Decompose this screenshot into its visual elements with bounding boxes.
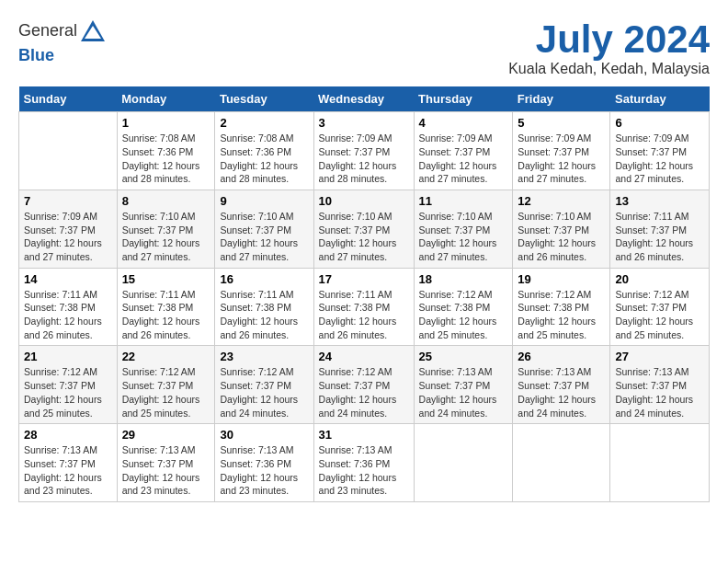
day-info: Sunrise: 7:09 AMSunset: 7:37 PMDaylight:…	[419, 132, 497, 184]
day-number: 9	[220, 194, 308, 208]
calendar-cell: 11 Sunrise: 7:10 AMSunset: 7:37 PMDaylig…	[414, 190, 513, 268]
logo-blue: Blue	[18, 46, 54, 64]
day-info: Sunrise: 7:10 AMSunset: 7:37 PMDaylight:…	[518, 211, 596, 262]
day-number: 17	[319, 272, 409, 286]
calendar-cell: 15 Sunrise: 7:11 AMSunset: 7:38 PMDaylig…	[117, 268, 215, 346]
calendar-cell: 24 Sunrise: 7:12 AMSunset: 7:37 PMDaylig…	[313, 346, 414, 424]
calendar-cell: 12 Sunrise: 7:10 AMSunset: 7:37 PMDaylig…	[513, 190, 610, 268]
day-info: Sunrise: 7:12 AMSunset: 7:37 PMDaylight:…	[24, 366, 102, 418]
day-info: Sunrise: 7:11 AMSunset: 7:38 PMDaylight:…	[24, 289, 102, 340]
day-number: 16	[220, 272, 308, 286]
calendar-cell: 17 Sunrise: 7:11 AMSunset: 7:38 PMDaylig…	[313, 268, 414, 346]
day-info: Sunrise: 7:12 AMSunset: 7:37 PMDaylight:…	[122, 366, 200, 418]
day-number: 2	[220, 116, 308, 130]
logo-icon	[79, 18, 107, 46]
logo-text: General Blue	[18, 18, 108, 65]
header-wednesday: Wednesday	[313, 86, 414, 112]
day-info: Sunrise: 7:08 AMSunset: 7:36 PMDaylight:…	[220, 132, 298, 184]
calendar-cell: 20 Sunrise: 7:12 AMSunset: 7:37 PMDaylig…	[610, 268, 710, 346]
calendar-cell: 23 Sunrise: 7:12 AMSunset: 7:37 PMDaylig…	[215, 346, 313, 424]
calendar-cell: 10 Sunrise: 7:10 AMSunset: 7:37 PMDaylig…	[313, 190, 414, 268]
day-info: Sunrise: 7:13 AMSunset: 7:36 PMDaylight:…	[220, 444, 298, 496]
day-number: 19	[518, 272, 605, 286]
calendar-cell	[414, 424, 513, 502]
calendar-cell: 3 Sunrise: 7:09 AMSunset: 7:37 PMDayligh…	[313, 112, 414, 190]
day-info: Sunrise: 7:13 AMSunset: 7:36 PMDaylight:…	[319, 444, 397, 496]
day-info: Sunrise: 7:13 AMSunset: 7:37 PMDaylight:…	[615, 366, 693, 418]
day-number: 31	[319, 428, 409, 442]
day-number: 14	[24, 272, 112, 286]
day-number: 1	[122, 116, 210, 130]
calendar-cell: 16 Sunrise: 7:11 AMSunset: 7:38 PMDaylig…	[215, 268, 313, 346]
calendar-cell: 30 Sunrise: 7:13 AMSunset: 7:36 PMDaylig…	[215, 424, 313, 502]
day-info: Sunrise: 7:12 AMSunset: 7:37 PMDaylight:…	[319, 366, 397, 418]
header-friday: Friday	[513, 86, 610, 112]
week-row-1: 7 Sunrise: 7:09 AMSunset: 7:37 PMDayligh…	[19, 190, 710, 268]
calendar-table: Sunday Monday Tuesday Wednesday Thursday…	[18, 86, 710, 502]
calendar-cell: 18 Sunrise: 7:12 AMSunset: 7:38 PMDaylig…	[414, 268, 513, 346]
day-info: Sunrise: 7:10 AMSunset: 7:37 PMDaylight:…	[122, 211, 200, 262]
calendar-cell: 19 Sunrise: 7:12 AMSunset: 7:38 PMDaylig…	[513, 268, 610, 346]
day-info: Sunrise: 7:13 AMSunset: 7:37 PMDaylight:…	[419, 366, 497, 418]
header-saturday: Saturday	[610, 86, 710, 112]
calendar-cell	[610, 424, 710, 502]
calendar-cell	[19, 112, 118, 190]
calendar-cell: 25 Sunrise: 7:13 AMSunset: 7:37 PMDaylig…	[414, 346, 513, 424]
day-info: Sunrise: 7:11 AMSunset: 7:38 PMDaylight:…	[319, 289, 397, 340]
day-number: 13	[615, 194, 704, 208]
day-number: 10	[319, 194, 409, 208]
logo: General Blue	[18, 18, 108, 65]
day-info: Sunrise: 7:12 AMSunset: 7:38 PMDaylight:…	[419, 289, 497, 340]
day-number: 15	[122, 272, 210, 286]
header-sunday: Sunday	[19, 86, 118, 112]
week-row-2: 14 Sunrise: 7:11 AMSunset: 7:38 PMDaylig…	[19, 268, 710, 346]
day-number: 8	[122, 194, 210, 208]
calendar-cell: 7 Sunrise: 7:09 AMSunset: 7:37 PMDayligh…	[19, 190, 118, 268]
header-monday: Monday	[117, 86, 215, 112]
header-tuesday: Tuesday	[215, 86, 313, 112]
day-info: Sunrise: 7:12 AMSunset: 7:38 PMDaylight:…	[518, 289, 596, 340]
day-number: 3	[319, 116, 409, 130]
week-row-3: 21 Sunrise: 7:12 AMSunset: 7:37 PMDaylig…	[19, 346, 710, 424]
calendar-cell: 22 Sunrise: 7:12 AMSunset: 7:37 PMDaylig…	[117, 346, 215, 424]
day-info: Sunrise: 7:09 AMSunset: 7:37 PMDaylight:…	[319, 132, 397, 184]
day-info: Sunrise: 7:10 AMSunset: 7:37 PMDaylight:…	[319, 211, 397, 262]
calendar-cell: 4 Sunrise: 7:09 AMSunset: 7:37 PMDayligh…	[414, 112, 513, 190]
calendar-cell: 26 Sunrise: 7:13 AMSunset: 7:37 PMDaylig…	[513, 346, 610, 424]
calendar-cell: 9 Sunrise: 7:10 AMSunset: 7:37 PMDayligh…	[215, 190, 313, 268]
calendar-cell: 27 Sunrise: 7:13 AMSunset: 7:37 PMDaylig…	[610, 346, 710, 424]
page-header: General Blue July 2024 Kuala Kedah, Keda…	[18, 18, 710, 77]
calendar-cell: 29 Sunrise: 7:13 AMSunset: 7:37 PMDaylig…	[117, 424, 215, 502]
day-number: 20	[615, 272, 704, 286]
day-number: 23	[220, 350, 308, 363]
calendar-cell: 8 Sunrise: 7:10 AMSunset: 7:37 PMDayligh…	[117, 190, 215, 268]
calendar-cell: 13 Sunrise: 7:11 AMSunset: 7:37 PMDaylig…	[610, 190, 710, 268]
week-row-4: 28 Sunrise: 7:13 AMSunset: 7:37 PMDaylig…	[19, 424, 710, 502]
location-title: Kuala Kedah, Kedah, Malaysia	[508, 61, 710, 77]
day-number: 21	[24, 350, 112, 363]
day-info: Sunrise: 7:11 AMSunset: 7:37 PMDaylight:…	[615, 211, 693, 262]
day-info: Sunrise: 7:09 AMSunset: 7:37 PMDaylight:…	[24, 211, 102, 262]
header-row: Sunday Monday Tuesday Wednesday Thursday…	[19, 86, 710, 112]
day-info: Sunrise: 7:09 AMSunset: 7:37 PMDaylight:…	[615, 132, 693, 184]
day-number: 7	[24, 194, 112, 208]
day-info: Sunrise: 7:08 AMSunset: 7:36 PMDaylight:…	[122, 132, 200, 184]
day-info: Sunrise: 7:11 AMSunset: 7:38 PMDaylight:…	[220, 289, 298, 340]
day-number: 29	[122, 428, 210, 442]
day-number: 5	[518, 116, 605, 130]
day-number: 24	[319, 350, 409, 363]
day-info: Sunrise: 7:13 AMSunset: 7:37 PMDaylight:…	[122, 444, 200, 496]
day-number: 28	[24, 428, 112, 442]
calendar-cell: 28 Sunrise: 7:13 AMSunset: 7:37 PMDaylig…	[19, 424, 118, 502]
day-number: 26	[518, 350, 605, 363]
day-info: Sunrise: 7:09 AMSunset: 7:37 PMDaylight:…	[518, 132, 596, 184]
day-number: 22	[122, 350, 210, 363]
day-number: 30	[220, 428, 308, 442]
day-number: 27	[615, 350, 704, 363]
day-info: Sunrise: 7:12 AMSunset: 7:37 PMDaylight:…	[220, 366, 298, 418]
logo-general: General	[18, 21, 77, 40]
header-thursday: Thursday	[414, 86, 513, 112]
day-number: 25	[419, 350, 508, 363]
calendar-cell: 1 Sunrise: 7:08 AMSunset: 7:36 PMDayligh…	[117, 112, 215, 190]
calendar-cell: 14 Sunrise: 7:11 AMSunset: 7:38 PMDaylig…	[19, 268, 118, 346]
